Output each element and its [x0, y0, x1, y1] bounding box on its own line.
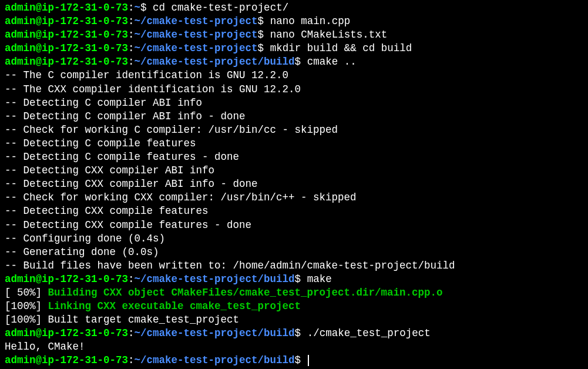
working-dir: ~/cmake-test-project [135, 15, 258, 27]
output-line: Hello, CMake! [5, 340, 583, 354]
user-host: admin@ip-172-31-0-73 [5, 42, 128, 54]
output-line: -- The C compiler identification is GNU … [5, 69, 583, 82]
working-dir: ~/cmake-test-project/build [135, 327, 295, 339]
prompt-line: admin@ip-172-31-0-73:~/cmake-test-projec… [5, 15, 583, 28]
command-text: mkdir build && cd build [270, 42, 412, 54]
output-line: -- Detecting CXX compile features - done [5, 219, 583, 232]
output-line: [ 50%] Building CXX object CMakeFiles/cm… [5, 286, 583, 300]
output-line: -- Detecting CXX compiler ABI info [5, 164, 583, 177]
command-text: make [307, 273, 332, 285]
working-dir: ~/cmake-test-project/build [135, 56, 295, 68]
prompt-line: admin@ip-172-31-0-73:~/cmake-test-projec… [5, 28, 583, 42]
output-line: -- Detecting C compile features - done [5, 150, 583, 164]
command-text: nano main.cpp [270, 15, 351, 27]
command-text: cd cmake-test-project/ [153, 2, 288, 14]
user-host: admin@ip-172-31-0-73 [5, 15, 128, 27]
user-host: admin@ip-172-31-0-73 [5, 56, 128, 68]
build-step: Linking CXX executable cmake_test_projec… [48, 300, 301, 312]
output-line: -- Detecting C compile features [5, 137, 583, 150]
output-line: -- Build files have been written to: /ho… [5, 259, 583, 273]
output-line: [100%] Built target cmake_test_project [5, 313, 583, 327]
prompt-line: admin@ip-172-31-0-73:~/cmake-test-projec… [5, 55, 583, 69]
working-dir: ~/cmake-test-project/build [135, 273, 295, 285]
output-line: -- Check for working CXX compiler: /usr/… [5, 191, 583, 204]
output-line: -- Detecting C compiler ABI info [5, 96, 583, 110]
working-dir: ~/cmake-test-project [135, 42, 258, 54]
prompt-line: admin@ip-172-31-0-73:~/cmake-test-projec… [5, 327, 583, 340]
user-host: admin@ip-172-31-0-73 [5, 273, 128, 285]
user-host: admin@ip-172-31-0-73 [5, 354, 128, 366]
prompt-line: admin@ip-172-31-0-73:~/cmake-test-projec… [5, 273, 583, 286]
output-line: -- Generating done (0.0s) [5, 246, 583, 259]
command-text: ./cmake_test_project [307, 327, 431, 339]
cursor-icon [308, 355, 309, 366]
user-host: admin@ip-172-31-0-73 [5, 327, 128, 339]
user-host: admin@ip-172-31-0-73 [5, 2, 128, 14]
prompt-line-active[interactable]: admin@ip-172-31-0-73:~/cmake-test-projec… [5, 354, 583, 367]
command-text: cmake .. [307, 56, 357, 68]
command-text: nano CMakeLists.txt [270, 29, 388, 41]
output-line: -- Detecting C compiler ABI info - done [5, 110, 583, 123]
terminal-output[interactable]: admin@ip-172-31-0-73:~$ cd cmake-test-pr… [5, 1, 583, 368]
build-step: Building CXX object CMakeFiles/cmake_tes… [48, 287, 443, 298]
user-host: admin@ip-172-31-0-73 [5, 29, 128, 41]
working-dir: ~/cmake-test-project [135, 29, 258, 41]
prompt-line: admin@ip-172-31-0-73:~/cmake-test-projec… [5, 42, 583, 55]
output-line: -- The CXX compiler identification is GN… [5, 83, 583, 96]
output-line: -- Configuring done (0.4s) [5, 232, 583, 246]
output-line: [100%] Linking CXX executable cmake_test… [5, 300, 583, 313]
output-line: -- Detecting CXX compile features [5, 204, 583, 218]
output-line: -- Detecting CXX compiler ABI info - don… [5, 177, 583, 191]
working-dir: ~ [135, 2, 141, 14]
output-line: -- Check for working C compiler: /usr/bi… [5, 123, 583, 137]
prompt-line: admin@ip-172-31-0-73:~$ cd cmake-test-pr… [5, 1, 583, 15]
working-dir: ~/cmake-test-project/build [135, 354, 295, 366]
